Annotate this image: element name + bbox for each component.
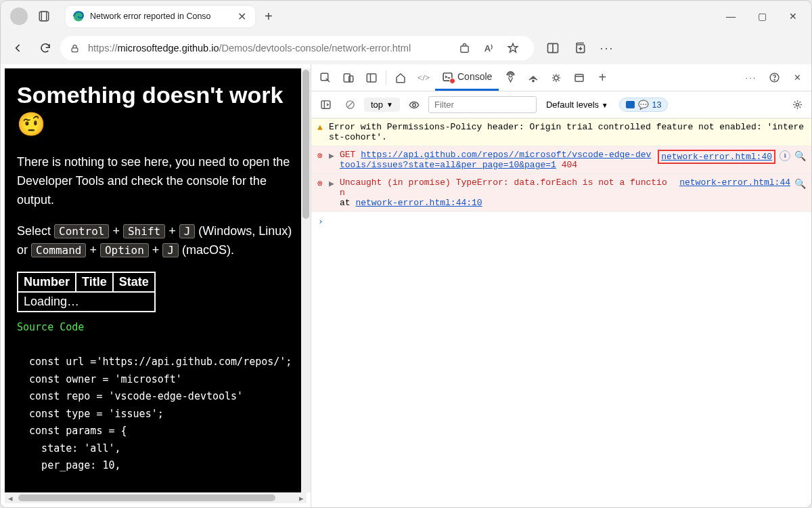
- page-viewport: Something doesn't work 🤨 There is nothin…: [1, 64, 311, 507]
- kbd-option: Option: [100, 243, 149, 257]
- application-tab-icon[interactable]: [568, 66, 591, 89]
- console-icon: [442, 71, 453, 83]
- window-titlebar: Network error reported in Conso ✕ + — ▢ …: [1, 1, 811, 32]
- kbd-control: Control: [54, 224, 109, 238]
- window-minimize-button[interactable]: —: [715, 3, 746, 30]
- console-tab[interactable]: Console: [435, 65, 499, 91]
- live-expression-icon[interactable]: [404, 95, 424, 115]
- svg-point-12: [509, 74, 512, 77]
- toggle-sidebar-icon[interactable]: [315, 95, 336, 115]
- devtools-tabbar: </> Console + ··· ✕: [311, 64, 811, 91]
- error-url-link[interactable]: https://api.github.com/repos//microsoft/…: [340, 150, 651, 170]
- console-messages[interactable]: ▲ Error with Permissions-Policy header: …: [311, 119, 811, 507]
- svg-rect-0: [39, 12, 49, 21]
- kbd-j2: J: [162, 243, 179, 257]
- search-icon[interactable]: 🔍: [794, 178, 806, 190]
- window-maximize-button[interactable]: ▢: [746, 3, 777, 30]
- page-intro: There is nothing to see here, you need t…: [17, 153, 294, 210]
- svg-point-13: [533, 80, 534, 81]
- filter-input[interactable]: [428, 96, 537, 113]
- profile-avatar[interactable]: [10, 7, 28, 25]
- browser-tab[interactable]: Network error reported in Conso ✕: [66, 6, 255, 27]
- back-button[interactable]: [6, 36, 30, 60]
- issues-pill[interactable]: 💬13: [619, 98, 669, 112]
- welcome-tab-icon[interactable]: [389, 66, 412, 89]
- tab-actions-icon[interactable]: [35, 7, 53, 26]
- page-heading: Something doesn't work 🤨: [17, 81, 294, 138]
- svg-point-21: [796, 103, 798, 106]
- devtools-more-icon[interactable]: ···: [740, 66, 763, 89]
- devtools-close-icon[interactable]: ✕: [786, 66, 809, 89]
- sources-tab-icon[interactable]: [499, 66, 522, 89]
- toolbar: https://microsoftedge.github.io/Demos/de…: [1, 32, 811, 64]
- page-scrollbar-vertical[interactable]: [301, 68, 311, 492]
- source-link-highlighted[interactable]: network-error.html:40: [658, 150, 775, 164]
- svg-rect-15: [575, 74, 583, 81]
- dock-icon[interactable]: [360, 66, 383, 89]
- collections-icon[interactable]: [568, 36, 592, 60]
- svg-point-14: [554, 76, 558, 80]
- performance-tab-icon[interactable]: [545, 66, 568, 89]
- log-levels-selector[interactable]: Default levels ▼: [546, 100, 608, 110]
- window-close-button[interactable]: ✕: [777, 3, 809, 30]
- tab-close-icon[interactable]: ✕: [235, 10, 248, 23]
- read-aloud-icon[interactable]: A⁾: [477, 37, 500, 60]
- tab-title: Network error reported in Conso: [90, 12, 235, 21]
- expand-icon[interactable]: ▶: [329, 150, 336, 161]
- kbd-j: J: [179, 224, 196, 238]
- expand-icon[interactable]: ▶: [329, 177, 336, 189]
- new-tab-button[interactable]: +: [265, 9, 273, 24]
- source-code-block: Source Code const url ='https://api.gith…: [17, 319, 294, 475]
- favorite-icon[interactable]: [501, 37, 524, 60]
- svg-rect-4: [460, 45, 468, 51]
- console-prompt[interactable]: ›: [311, 212, 811, 230]
- svg-rect-10: [367, 74, 376, 82]
- issue-badge-icon[interactable]: ⬇: [780, 150, 790, 161]
- loading-cell: Loading…: [18, 292, 155, 312]
- error-icon: ⊗: [315, 150, 325, 161]
- more-menu-icon[interactable]: ···: [595, 36, 619, 60]
- edge-favicon-icon: [72, 10, 85, 22]
- console-error-row[interactable]: ⊗ ▶ Uncaught (in promise) TypeError: dat…: [311, 174, 811, 212]
- stack-link[interactable]: network-error.html:44:10: [355, 198, 482, 208]
- console-toolbar: top▼ Default levels ▼ 💬13: [311, 91, 811, 119]
- kbd-shift: Shift: [123, 224, 165, 238]
- console-error-row[interactable]: ⊗ ▶ GET https://api.github.com/repos//mi…: [311, 146, 811, 174]
- svg-point-17: [773, 79, 774, 80]
- warning-icon: ▲: [315, 122, 325, 133]
- refresh-button[interactable]: [33, 36, 58, 60]
- svg-rect-3: [72, 47, 78, 51]
- split-screen-icon[interactable]: [541, 36, 565, 60]
- error-icon: ⊗: [315, 177, 325, 189]
- svg-point-20: [413, 103, 416, 106]
- kbd-command: Command: [31, 243, 86, 257]
- elements-tab-icon[interactable]: </>: [412, 66, 435, 89]
- source-link[interactable]: network-error.html:44: [679, 177, 790, 188]
- device-toggle-icon[interactable]: [337, 66, 360, 89]
- keyboard-hint: Select Control + Shift + J (Windows, Lin…: [17, 222, 294, 260]
- shopping-icon[interactable]: [453, 37, 476, 60]
- console-settings-icon[interactable]: [787, 95, 807, 115]
- context-selector[interactable]: top▼: [364, 98, 400, 112]
- svg-rect-1: [41, 12, 47, 21]
- search-icon[interactable]: 🔍: [794, 150, 806, 162]
- console-warning-row[interactable]: ▲ Error with Permissions-Policy header: …: [311, 119, 811, 146]
- network-tab-icon[interactable]: [522, 66, 545, 89]
- address-bar[interactable]: https://microsoftedge.github.io/Demos/de…: [60, 36, 534, 60]
- devtools-panel: </> Console + ··· ✕ top▼: [311, 64, 811, 507]
- lock-icon[interactable]: [70, 43, 80, 54]
- clear-console-icon[interactable]: [340, 95, 360, 115]
- url-text: https://microsoftedge.github.io/Demos/de…: [88, 43, 411, 54]
- add-tab-icon[interactable]: +: [591, 66, 614, 89]
- page-scrollbar-horizontal[interactable]: ◂▸: [5, 492, 307, 503]
- issues-table: NumberTitleState Loading…: [17, 272, 156, 312]
- inspect-icon[interactable]: [314, 66, 337, 89]
- devtools-help-icon[interactable]: [763, 66, 786, 89]
